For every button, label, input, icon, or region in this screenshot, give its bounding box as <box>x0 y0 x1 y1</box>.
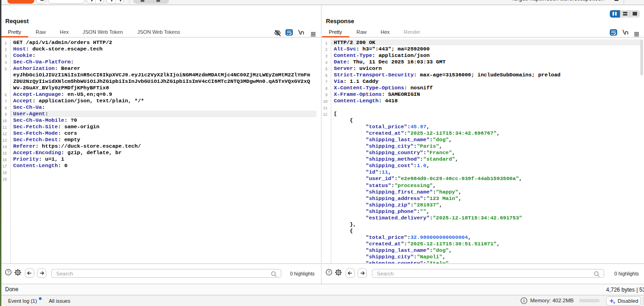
svg-text:?: ? <box>7 269 10 275</box>
svg-text:?: ? <box>328 269 330 275</box>
